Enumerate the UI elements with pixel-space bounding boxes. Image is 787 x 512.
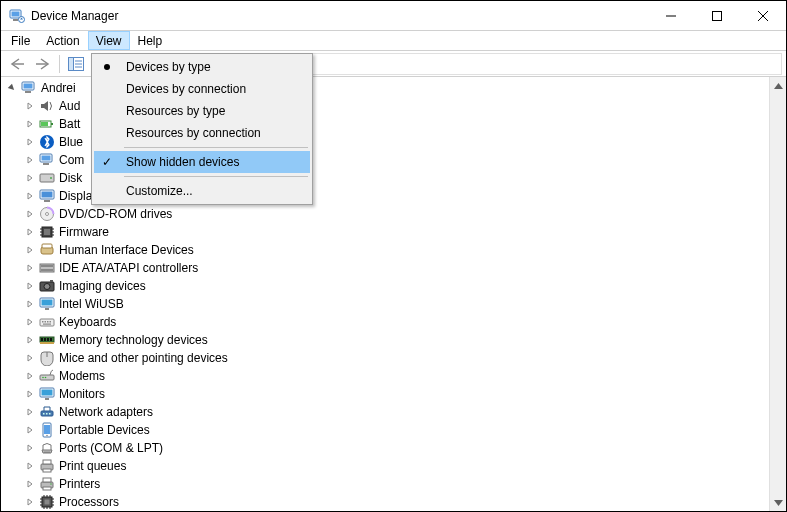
toolbar-separator: [59, 55, 60, 73]
tree-row[interactable]: Monitors: [23, 385, 769, 403]
tree-row[interactable]: Ports (COM & LPT): [23, 439, 769, 457]
menu-view[interactable]: View: [88, 31, 130, 50]
close-button[interactable]: [740, 1, 786, 30]
tree-item-label: Printers: [57, 477, 102, 491]
menu-action[interactable]: Action: [38, 31, 87, 50]
menu-file[interactable]: File: [3, 31, 38, 50]
expand-icon[interactable]: [23, 225, 37, 239]
ports-icon: [39, 440, 55, 456]
view-dropdown-menu: Devices by type Devices by connection Re…: [91, 53, 313, 205]
svg-point-61: [45, 377, 47, 379]
svg-point-60: [42, 377, 44, 379]
firmware-icon: [39, 224, 55, 240]
svg-rect-12: [25, 91, 31, 93]
tree-row[interactable]: Intel WiUSB: [23, 295, 769, 313]
expand-icon[interactable]: [23, 261, 37, 275]
svg-point-26: [46, 213, 49, 216]
tree-row[interactable]: Portable Devices: [23, 421, 769, 439]
tree-row[interactable]: Modems: [23, 367, 769, 385]
svg-rect-67: [46, 413, 48, 415]
imaging-icon: [39, 278, 55, 294]
svg-rect-42: [50, 280, 53, 282]
expand-icon[interactable]: [23, 333, 37, 347]
tree-row[interactable]: Printers: [23, 475, 769, 493]
svg-rect-44: [42, 300, 53, 306]
tree-item-label: Print queues: [57, 459, 128, 473]
vertical-scrollbar[interactable]: [769, 77, 786, 511]
titlebar: Device Manager: [1, 1, 786, 31]
expand-icon[interactable]: [23, 495, 37, 509]
expand-icon[interactable]: [23, 351, 37, 365]
svg-rect-48: [45, 321, 47, 323]
expand-icon[interactable]: [23, 405, 37, 419]
tree-item-label: Memory technology devices: [57, 333, 210, 347]
svg-rect-2: [13, 19, 18, 21]
tree-row[interactable]: IDE ATA/ATAPI controllers: [23, 259, 769, 277]
tree-row[interactable]: Imaging devices: [23, 277, 769, 295]
menu-customize[interactable]: Customize...: [94, 180, 310, 202]
menu-devices-by-type[interactable]: Devices by type: [94, 56, 310, 78]
expand-icon[interactable]: [23, 279, 37, 293]
expand-icon[interactable]: [23, 315, 37, 329]
expand-icon[interactable]: [23, 477, 37, 491]
scroll-down-icon[interactable]: [770, 494, 786, 511]
memory-icon: [39, 332, 55, 348]
tree-item-label: Blue: [57, 135, 85, 149]
tree-row[interactable]: Processors: [23, 493, 769, 511]
tree-row[interactable]: Memory technology devices: [23, 331, 769, 349]
titlebar-left: Device Manager: [9, 8, 118, 24]
tree-row[interactable]: Mice and other pointing devices: [23, 349, 769, 367]
printqueue-icon: [39, 458, 55, 474]
dvd-icon: [39, 206, 55, 222]
menu-resources-by-type[interactable]: Resources by type: [94, 100, 310, 122]
tree-row[interactable]: Firmware: [23, 223, 769, 241]
tree-item-label: DVD/CD-ROM drives: [57, 207, 174, 221]
tree-row[interactable]: Keyboards: [23, 313, 769, 331]
svg-rect-15: [41, 122, 48, 126]
tree-item-label: Monitors: [57, 387, 107, 401]
minimize-button[interactable]: [648, 1, 694, 30]
show-hide-tree-button[interactable]: [64, 53, 88, 75]
menu-devices-by-connection[interactable]: Devices by connection: [94, 78, 310, 100]
expand-icon[interactable]: [23, 243, 37, 257]
expand-icon[interactable]: [23, 99, 37, 113]
expand-icon[interactable]: [23, 207, 37, 221]
expand-icon[interactable]: [23, 441, 37, 455]
tree-row[interactable]: Human Interface Devices: [23, 241, 769, 259]
tree-item-label: Intel WiUSB: [57, 297, 126, 311]
modem-icon: [39, 368, 55, 384]
window-title: Device Manager: [31, 9, 118, 23]
tree-row[interactable]: DVD/CD-ROM drives: [23, 205, 769, 223]
collapse-icon[interactable]: [5, 81, 19, 95]
back-button[interactable]: [5, 53, 29, 75]
expand-icon[interactable]: [23, 171, 37, 185]
svg-rect-68: [49, 413, 51, 415]
expand-icon[interactable]: [23, 423, 37, 437]
expand-icon[interactable]: [23, 153, 37, 167]
svg-point-74: [48, 451, 49, 452]
svg-rect-49: [47, 321, 49, 323]
svg-rect-59: [40, 375, 54, 380]
menu-help[interactable]: Help: [130, 31, 171, 50]
menu-resources-by-connection[interactable]: Resources by connection: [94, 122, 310, 144]
expand-icon[interactable]: [23, 135, 37, 149]
svg-rect-19: [43, 163, 49, 165]
scroll-up-icon[interactable]: [770, 77, 786, 94]
forward-button[interactable]: [31, 53, 55, 75]
expand-icon[interactable]: [23, 297, 37, 311]
svg-rect-55: [47, 338, 49, 341]
tree-row[interactable]: Print queues: [23, 457, 769, 475]
tree-row[interactable]: Network adapters: [23, 403, 769, 421]
svg-rect-38: [41, 265, 53, 267]
expand-icon[interactable]: [23, 117, 37, 131]
maximize-button[interactable]: [694, 1, 740, 30]
expand-icon[interactable]: [23, 189, 37, 203]
display-icon: [39, 188, 55, 204]
svg-rect-54: [44, 338, 46, 341]
menu-show-hidden-devices[interactable]: Show hidden devices: [94, 151, 310, 173]
expand-icon[interactable]: [23, 459, 37, 473]
expand-icon[interactable]: [23, 369, 37, 383]
svg-rect-50: [50, 321, 52, 323]
radio-mark-icon: [94, 56, 120, 78]
expand-icon[interactable]: [23, 387, 37, 401]
